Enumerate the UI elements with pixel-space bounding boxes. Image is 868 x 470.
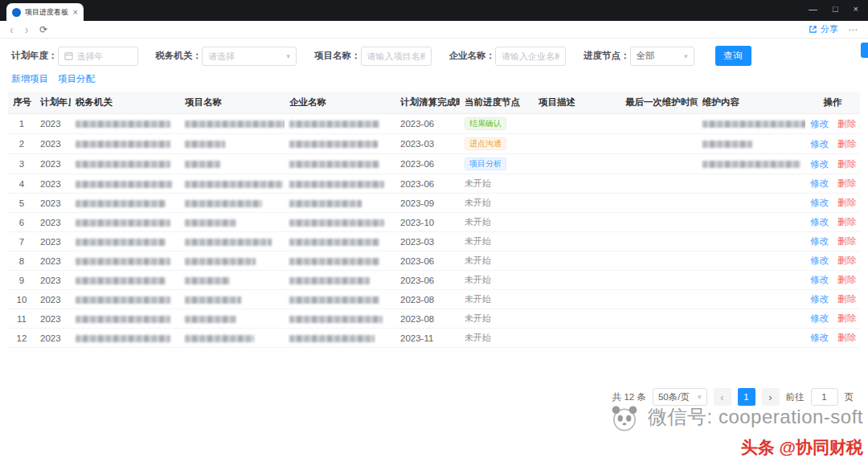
- delete-link[interactable]: 删除: [837, 236, 856, 246]
- add-project-link[interactable]: 新增项目: [11, 73, 48, 85]
- close-button[interactable]: ×: [854, 4, 858, 14]
- project-name-input[interactable]: [361, 47, 432, 66]
- plan-year-field[interactable]: [77, 51, 132, 61]
- delete-link[interactable]: 删除: [837, 275, 856, 284]
- delete-link[interactable]: 删除: [837, 139, 856, 149]
- delete-link[interactable]: 删除: [837, 217, 856, 227]
- cell-plan-finish-time: 2023-06: [395, 251, 460, 271]
- delete-link[interactable]: 删除: [837, 198, 856, 207]
- cell-no: 3: [8, 154, 35, 174]
- back-icon[interactable]: ‹: [10, 24, 14, 35]
- enterprise-name-label: 企业名称：: [449, 50, 496, 62]
- redacted-text: [185, 121, 285, 128]
- browser-titlebar: 项目进度看板 × — □ ×: [0, 0, 868, 21]
- tax-authority-filter: 税务机关： ▾: [156, 47, 297, 66]
- delete-link[interactable]: 删除: [837, 294, 856, 304]
- redacted-text: [76, 141, 170, 148]
- edit-link[interactable]: 修改: [810, 333, 829, 342]
- cell-project-desc: [534, 290, 620, 309]
- delete-link[interactable]: 删除: [837, 159, 856, 169]
- share-button[interactable]: 分享: [809, 23, 838, 35]
- edit-link[interactable]: 修改: [810, 236, 829, 246]
- cell-plan-year: 2023: [35, 114, 71, 134]
- refresh-icon[interactable]: ⟳: [39, 25, 47, 35]
- cell-project-desc: [534, 232, 620, 251]
- tax-authority-label: 税务机关：: [156, 50, 203, 62]
- progress-node-filter: 进度节点： 全部 ▾: [583, 47, 694, 66]
- cell-project-desc: [534, 114, 620, 134]
- delete-link[interactable]: 删除: [837, 255, 856, 265]
- side-float-widget[interactable]: [861, 43, 868, 58]
- cell-plan-finish-time: 2023-08: [395, 309, 460, 329]
- cell-plan-year: 2023: [35, 309, 71, 329]
- maximize-button[interactable]: □: [833, 4, 838, 14]
- browser-tab[interactable]: 项目进度看板 ×: [6, 3, 84, 21]
- status-badge: 未开始: [465, 255, 491, 265]
- filter-bar: 计划年度： 税务机关： ▾ 项目名称： 企业名称： 进: [0, 39, 868, 71]
- redacted-text: [289, 141, 378, 148]
- edit-link[interactable]: 修改: [810, 139, 829, 149]
- cell-plan-finish-time: 2023-09: [395, 194, 460, 213]
- cell-project-name: [180, 290, 285, 309]
- delete-link[interactable]: 删除: [837, 178, 856, 188]
- minimize-button[interactable]: —: [809, 4, 817, 14]
- progress-node-select[interactable]: 全部 ▾: [630, 47, 694, 66]
- cell-tax-authority: [71, 154, 180, 174]
- edit-link[interactable]: 修改: [810, 313, 829, 323]
- cell-progress-node: 未开始: [460, 290, 534, 309]
- status-badge: 未开始: [465, 217, 491, 227]
- cell-maintain-content: [698, 232, 805, 251]
- redacted-text: [702, 161, 800, 168]
- tab-title: 项目进度看板: [25, 7, 69, 18]
- forward-icon[interactable]: ›: [25, 24, 29, 35]
- table-row: 10 2023 2023-08 未开始 修改 删除: [8, 290, 860, 309]
- more-options-icon[interactable]: ⋯: [848, 24, 858, 35]
- project-name-field[interactable]: [367, 51, 425, 61]
- wechat-id-text: 微信号: cooperation-soft: [648, 404, 863, 430]
- cell-tax-authority: [71, 134, 180, 154]
- redacted-text: [289, 316, 383, 323]
- redacted-text: [76, 161, 170, 168]
- edit-link[interactable]: 修改: [810, 119, 829, 129]
- edit-link[interactable]: 修改: [810, 294, 829, 304]
- cell-plan-year: 2023: [35, 213, 71, 232]
- cell-tax-authority: [71, 213, 180, 232]
- status-badge: 未开始: [465, 313, 491, 323]
- cell-plan-finish-time: 2023-08: [395, 290, 460, 309]
- cell-operations: 修改 删除: [805, 251, 860, 271]
- cell-last-maintain-time: [620, 213, 698, 232]
- edit-link[interactable]: 修改: [810, 255, 829, 265]
- cell-maintain-content: [698, 154, 805, 174]
- enterprise-name-field[interactable]: [502, 51, 559, 61]
- tax-authority-select[interactable]: ▾: [202, 47, 297, 66]
- column-header-project-desc: 项目描述: [534, 92, 620, 114]
- tab-close-icon[interactable]: ×: [73, 7, 78, 17]
- cell-project-name: [180, 329, 285, 348]
- search-button[interactable]: 查询: [715, 46, 751, 66]
- edit-link[interactable]: 修改: [810, 275, 829, 284]
- cell-no: 12: [8, 329, 35, 348]
- cell-no: 8: [8, 251, 35, 271]
- edit-link[interactable]: 修改: [810, 217, 829, 227]
- cell-plan-year: 2023: [35, 232, 71, 251]
- edit-link[interactable]: 修改: [810, 198, 829, 207]
- delete-link[interactable]: 删除: [837, 333, 856, 342]
- redacted-text: [76, 121, 170, 128]
- redacted-text: [289, 121, 379, 128]
- cell-no: 2: [8, 134, 35, 154]
- cell-maintain-content: [698, 134, 805, 154]
- tax-authority-field[interactable]: [208, 51, 282, 61]
- edit-link[interactable]: 修改: [810, 178, 829, 188]
- plan-year-input[interactable]: [58, 47, 138, 66]
- table-row: 5 2023 2023-09 未开始 修改 删除: [8, 194, 860, 213]
- column-header-progress-node: 当前进度节点: [460, 92, 534, 114]
- cell-operations: 修改 删除: [805, 309, 860, 329]
- assign-project-link[interactable]: 项目分配: [58, 73, 95, 85]
- delete-link[interactable]: 删除: [837, 119, 856, 129]
- cell-progress-node: 未开始: [460, 251, 534, 271]
- watermark-top: 微信号: cooperation-soft: [608, 400, 863, 434]
- enterprise-name-input[interactable]: [495, 47, 566, 66]
- cell-operations: 修改 删除: [805, 114, 860, 134]
- edit-link[interactable]: 修改: [810, 159, 829, 169]
- delete-link[interactable]: 删除: [837, 313, 856, 323]
